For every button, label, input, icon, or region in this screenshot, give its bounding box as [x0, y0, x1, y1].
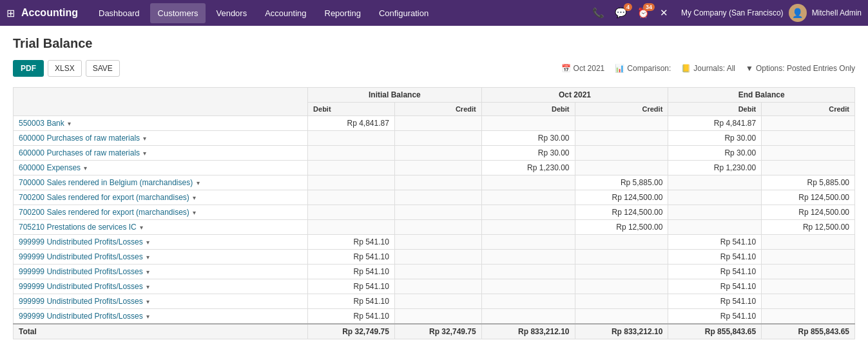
- init-debit-cell: Rp 4,841.87: [308, 116, 395, 131]
- account-name-cell[interactable]: 999999 Undistributed Profits/Losses ▾: [14, 265, 308, 279]
- init-debit-cell: Rp 541.10: [308, 235, 395, 250]
- menu-item-vendors[interactable]: Vendors: [208, 3, 255, 23]
- oct-credit-header: Credit: [575, 103, 668, 116]
- account-name-cell[interactable]: 600000 Expenses ▾: [14, 161, 308, 175]
- account-name-cell[interactable]: 600000 Purchases of raw materials ▾: [14, 146, 308, 161]
- oct-credit-cell: [575, 235, 668, 250]
- pdf-button[interactable]: PDF: [13, 60, 44, 77]
- journals-label: Journals: All: [693, 64, 735, 73]
- oct-credit-cell: Rp 124,500.00: [575, 205, 668, 220]
- oct-debit-cell: [481, 220, 575, 235]
- xlsx-button[interactable]: XLSX: [48, 60, 82, 77]
- account-name-cell[interactable]: 999999 Undistributed Profits/Losses ▾: [14, 279, 308, 294]
- user-avatar[interactable]: 👤: [789, 4, 807, 22]
- row-dropdown-arrow: ▾: [146, 254, 149, 261]
- oct-debit-cell: [481, 175, 575, 190]
- oct-credit-cell: [575, 279, 668, 294]
- end-credit-cell: [762, 146, 855, 161]
- oct-credit-cell: Rp 124,500.00: [575, 190, 668, 205]
- menu-item-reporting[interactable]: Reporting: [317, 3, 369, 23]
- date-filter[interactable]: 📅 Oct 2021: [561, 64, 605, 73]
- row-dropdown-arrow: ▾: [193, 194, 196, 201]
- table-row: 999999 Undistributed Profits/Losses ▾Rp …: [14, 279, 855, 294]
- end-debit-cell: Rp 4,841.87: [668, 116, 762, 131]
- row-dropdown-arrow: ▾: [143, 150, 146, 157]
- end-credit-cell: [762, 116, 855, 131]
- calendar-icon: 📅: [561, 64, 571, 73]
- menu-item-accounting[interactable]: Accounting: [257, 3, 314, 23]
- total-oct-debit: Rp 833,212.10: [481, 324, 575, 339]
- end-credit-cell: [762, 309, 855, 325]
- init-debit-cell: Rp 541.10: [308, 250, 395, 265]
- account-col-header: [14, 88, 308, 116]
- journal-icon: 📒: [681, 64, 691, 73]
- oct-debit-cell: Rp 1,230.00: [481, 161, 575, 175]
- top-navigation: ⊞ Accounting Dashboard Customers Vendors…: [0, 0, 868, 26]
- end-debit-cell: Rp 541.10: [668, 279, 762, 294]
- options-filter[interactable]: ▼ Options: Posted Entries Only: [746, 64, 855, 73]
- save-button[interactable]: SAVE: [86, 60, 120, 77]
- filter-icon: ▼: [746, 64, 753, 73]
- table-row: 550003 Bank ▾Rp 4,841.87Rp 4,841.87: [14, 116, 855, 131]
- end-credit-cell: [762, 265, 855, 279]
- page-content: Trial Balance PDF XLSX SAVE 📅 Oct 2021 📊…: [0, 26, 868, 340]
- comparison-filter[interactable]: 📊 Comparison:: [615, 64, 671, 73]
- initial-balance-header: Initial Balance: [308, 88, 482, 103]
- account-name-cell[interactable]: 550003 Bank ▾: [14, 116, 308, 131]
- init-debit-cell: Rp 541.10: [308, 279, 395, 294]
- nav-right: 📞 💬 4 ⏰ 34 ✕ My Company (San Francisco) …: [590, 4, 862, 22]
- toolbar: PDF XLSX SAVE 📅 Oct 2021 📊 Comparison: 📒…: [13, 60, 855, 77]
- end-debit-cell: Rp 541.10: [668, 235, 762, 250]
- row-dropdown-arrow: ▾: [146, 239, 149, 246]
- end-credit-cell: [762, 250, 855, 265]
- oct-debit-cell: [481, 279, 575, 294]
- oct-debit-cell: [481, 294, 575, 309]
- activity-badge: 34: [643, 3, 655, 11]
- row-dropdown-arrow: ▾: [140, 224, 143, 231]
- oct-credit-cell: Rp 5,885.00: [575, 175, 668, 190]
- account-name-cell[interactable]: 999999 Undistributed Profits/Losses ▾: [14, 250, 308, 265]
- account-name-cell[interactable]: 999999 Undistributed Profits/Losses ▾: [14, 309, 308, 325]
- chat-icon[interactable]: 💬 4: [612, 5, 630, 21]
- init-debit-cell: Rp 541.10: [308, 309, 395, 325]
- account-name-cell[interactable]: 999999 Undistributed Profits/Losses ▾: [14, 235, 308, 250]
- menu-item-dashboard[interactable]: Dashboard: [91, 3, 148, 23]
- table-row: 700200 Sales rendered for export (marcha…: [14, 205, 855, 220]
- account-name-cell[interactable]: 600000 Purchases of raw materials ▾: [14, 131, 308, 146]
- account-name-cell[interactable]: 700200 Sales rendered for export (marcha…: [14, 205, 308, 220]
- report-table: Initial Balance Oct 2021 End Balance Deb…: [13, 87, 855, 339]
- init-debit-cell: Rp 541.10: [308, 294, 395, 309]
- oct-debit-cell: [481, 190, 575, 205]
- end-debit-cell: [668, 175, 762, 190]
- menu-item-configuration[interactable]: Configuration: [371, 3, 436, 23]
- table-row: 600000 Expenses ▾Rp 1,230.00Rp 1,230.00: [14, 161, 855, 175]
- oct-credit-cell: [575, 116, 668, 131]
- table-row: 999999 Undistributed Profits/Losses ▾Rp …: [14, 250, 855, 265]
- init-credit-cell: [394, 265, 481, 279]
- oct-credit-cell: [575, 265, 668, 279]
- init-credit-cell: [394, 175, 481, 190]
- table-row: 999999 Undistributed Profits/Losses ▾Rp …: [14, 309, 855, 325]
- total-oct-credit: Rp 833,212.10: [575, 324, 668, 339]
- row-dropdown-arrow: ▾: [84, 165, 87, 172]
- end-debit-header: Debit: [668, 103, 762, 116]
- account-name-cell[interactable]: 999999 Undistributed Profits/Losses ▾: [14, 294, 308, 309]
- options-label: Options: Posted Entries Only: [756, 64, 855, 73]
- close-icon[interactable]: ✕: [657, 5, 671, 21]
- account-name-cell[interactable]: 700000 Sales rendered in Belgium (marcha…: [14, 175, 308, 190]
- end-credit-cell: [762, 131, 855, 146]
- end-debit-cell: Rp 541.10: [668, 250, 762, 265]
- init-credit-cell: [394, 250, 481, 265]
- account-name-cell[interactable]: 705210 Prestations de services IC ▾: [14, 220, 308, 235]
- chat-badge: 4: [624, 3, 632, 11]
- grid-icon[interactable]: ⊞: [6, 7, 15, 19]
- journals-filter[interactable]: 📒 Journals: All: [681, 64, 735, 73]
- oct-credit-cell: [575, 250, 668, 265]
- account-name-cell[interactable]: 700200 Sales rendered for export (marcha…: [14, 190, 308, 205]
- menu-item-customers[interactable]: Customers: [150, 3, 206, 23]
- table-row: 600000 Purchases of raw materials ▾Rp 30…: [14, 146, 855, 161]
- phone-icon[interactable]: 📞: [590, 5, 607, 21]
- init-debit-cell: Rp 541.10: [308, 265, 395, 279]
- activity-icon[interactable]: ⏰ 34: [635, 5, 652, 21]
- main-menu: Dashboard Customers Vendors Accounting R…: [91, 3, 590, 23]
